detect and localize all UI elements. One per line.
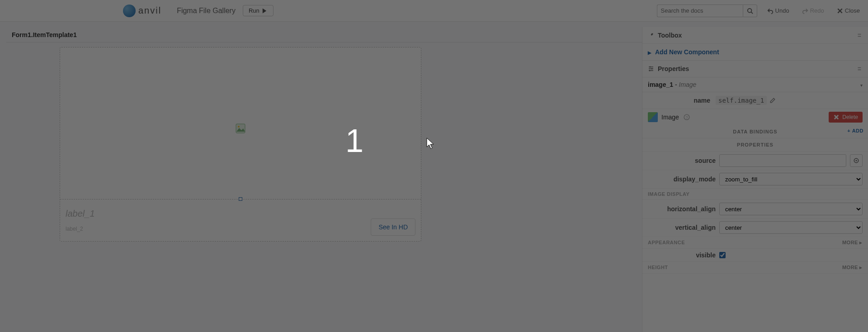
svg-line-1 [751,12,753,14]
svg-point-12 [855,160,857,161]
selected-name: image_1 [648,81,673,88]
height-more[interactable]: MORE ▸ [842,265,863,270]
data-bindings-label: DATA BINDINGS [733,129,777,134]
svg-point-6 [650,66,651,68]
anvil-logo[interactable]: anvil [123,5,161,17]
undo-label: Undo [775,7,789,14]
undo-icon [767,8,774,14]
toolbox-header: Toolbox [642,27,868,44]
name-value[interactable]: self.image_1 [716,96,767,105]
properties-title: Properties [658,65,689,72]
chevron-down-icon[interactable] [860,81,863,88]
selected-type: Image [679,81,697,88]
search-button[interactable] [743,5,757,17]
svg-point-8 [649,70,651,71]
form-path: Form1.ItemTemplate1 [6,31,77,38]
component-chip-row: Image ? Delete [642,109,868,125]
close-icon [837,8,843,14]
properties-sub-label: PROPERTIES [737,142,774,147]
visible-checkbox[interactable] [719,252,726,258]
collapse-icon-2[interactable] [856,66,863,72]
see-in-hd-button[interactable]: See In HD [371,218,415,236]
selected-component-row[interactable]: image_1 - Image [642,77,868,92]
prop-vertical-align: vertical_align leftcenterright [642,218,868,237]
prop-display-mode: display_mode zoom_to_fillshrink_to_fitor… [642,170,868,189]
redo-icon [802,8,808,14]
visible-label: visible [648,251,716,259]
appearance-more[interactable]: MORE ▸ [842,240,863,246]
run-label: Run [249,7,259,14]
delete-button[interactable]: Delete [829,112,863,123]
close-button[interactable]: Close [834,7,863,14]
sliders-icon [648,66,654,72]
horizontal-align-select[interactable]: leftcenterright [719,203,863,215]
name-row: name self.image_1 [642,92,868,109]
image-component-selection[interactable] [60,47,421,199]
close-label: Close [845,7,860,14]
image-placeholder-icon [236,123,245,133]
svg-point-0 [747,8,751,12]
search-input[interactable] [657,5,743,17]
subheader-data-bindings: DATA BINDINGS + ADD [642,125,868,138]
selected-sep: - [673,81,679,88]
collapse-icon[interactable] [856,32,863,38]
help-small-icon[interactable]: ? [684,114,690,120]
project-name: Figma File Gallery [177,7,236,15]
prop-source: source [642,152,868,170]
x-icon [833,114,840,120]
name-label: name [648,97,716,104]
search-icon [747,8,753,14]
display-mode-label: display_mode [648,175,716,183]
image-chip-icon [648,112,658,122]
anvil-logo-text: anvil [138,5,161,16]
label-2[interactable]: label_2 [66,226,83,232]
add-new-component[interactable]: Add New Component [642,44,868,61]
section-image-display: IMAGE DISPLAY [642,189,868,200]
target-icon [853,157,859,164]
anvil-logo-icon [123,5,136,17]
image-chip-label: Image [661,114,679,121]
resize-handle-bottom[interactable] [239,197,242,201]
redo-button: Redo [799,7,827,14]
subheader-properties: PROPERTIES [642,138,868,152]
delete-label: Delete [842,114,858,120]
svg-text:?: ? [685,115,688,120]
label-1[interactable]: label_1 [66,209,95,219]
run-button[interactable]: Run [243,5,274,16]
add-new-component-label: Add New Component [655,48,719,56]
vertical-align-select[interactable]: leftcenterright [719,221,863,234]
toolbox-title: Toolbox [658,32,682,39]
undo-button[interactable]: Undo [764,7,792,14]
edit-icon[interactable] [769,97,776,104]
properties-header: Properties [642,61,868,77]
caret-right-icon [648,48,651,56]
horizontal-align-label: horizontal_align [648,205,716,213]
prop-horizontal-align: horizontal_align leftcenterright [642,200,868,218]
add-binding-button[interactable]: + ADD [847,128,863,133]
svg-point-5 [238,126,240,128]
play-icon [261,8,268,14]
display-mode-select[interactable]: zoom_to_fillshrink_to_fitoriginal_sizefi… [719,173,863,185]
source-picker-button[interactable] [850,154,863,167]
wrench-icon [648,32,654,38]
vertical-align-label: vertical_align [648,224,716,231]
prop-visible: visible [642,249,868,262]
section-height: HEIGHT MORE ▸ [642,262,868,274]
source-label: source [648,157,716,164]
right-panel: Toolbox Add New Component Properties ima… [642,27,868,332]
section-appearance: APPEARANCE MORE ▸ [642,237,868,249]
item-template-card[interactable]: label_1 label_2 See In HD [60,47,421,242]
design-canvas[interactable]: label_1 label_2 See In HD [6,43,633,332]
svg-point-7 [651,68,653,70]
redo-label: Redo [810,7,824,14]
source-input[interactable] [719,154,846,167]
